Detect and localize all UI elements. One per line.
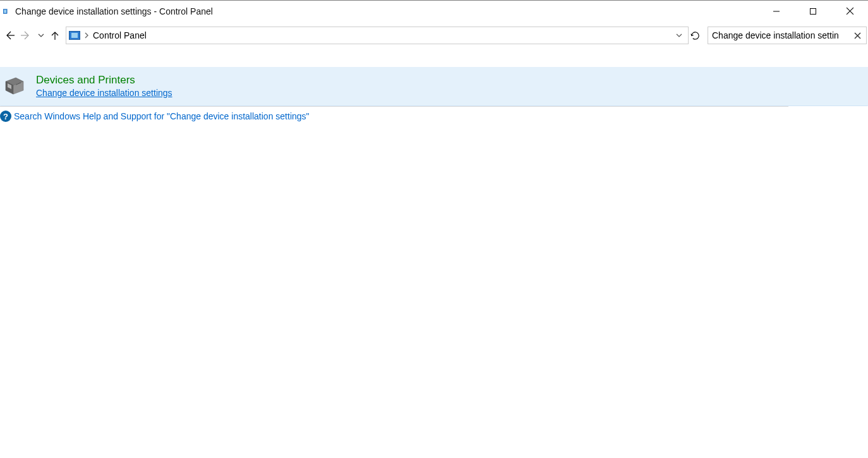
navbar: Control Panel xyxy=(0,21,868,49)
control-panel-category-icon xyxy=(69,31,80,40)
svg-rect-1 xyxy=(4,9,6,13)
maximize-button[interactable] xyxy=(795,1,831,21)
help-search-link[interactable]: Search Windows Help and Support for "Cha… xyxy=(14,111,310,121)
clear-search-button[interactable] xyxy=(852,30,862,40)
svg-rect-3 xyxy=(811,8,816,14)
help-icon: ? xyxy=(0,111,11,122)
breadcrumb[interactable]: Control Panel xyxy=(93,30,669,40)
close-button[interactable] xyxy=(831,1,868,21)
result-text-block: Devices and Printers Change device insta… xyxy=(36,73,172,98)
refresh-button[interactable] xyxy=(689,27,701,44)
devices-printers-icon xyxy=(2,74,27,99)
control-panel-icon xyxy=(1,6,11,16)
search-box[interactable] xyxy=(708,27,867,44)
window-controls xyxy=(758,1,868,21)
address-bar[interactable]: Control Panel xyxy=(66,27,689,44)
help-search-row[interactable]: ? Search Windows Help and Support for "C… xyxy=(0,107,868,122)
search-result-item[interactable]: Devices and Printers Change device insta… xyxy=(0,67,868,106)
forward-button[interactable] xyxy=(20,30,32,41)
search-results: Devices and Printers Change device insta… xyxy=(0,67,868,122)
chevron-right-icon xyxy=(84,31,89,40)
minimize-button[interactable] xyxy=(758,1,795,21)
history-dropdown[interactable] xyxy=(37,31,45,40)
result-setting-link[interactable]: Change device installation settings xyxy=(36,88,172,98)
address-history-dropdown[interactable] xyxy=(673,27,685,44)
window-title: Change device installation settings - Co… xyxy=(15,6,758,16)
result-category-title: Devices and Printers xyxy=(36,74,172,87)
nav-arrows xyxy=(0,30,49,41)
back-button[interactable] xyxy=(4,30,15,41)
toolbar xyxy=(0,49,868,67)
titlebar: Change device installation settings - Co… xyxy=(0,0,868,21)
search-input[interactable] xyxy=(712,30,862,40)
up-button[interactable] xyxy=(49,30,61,41)
